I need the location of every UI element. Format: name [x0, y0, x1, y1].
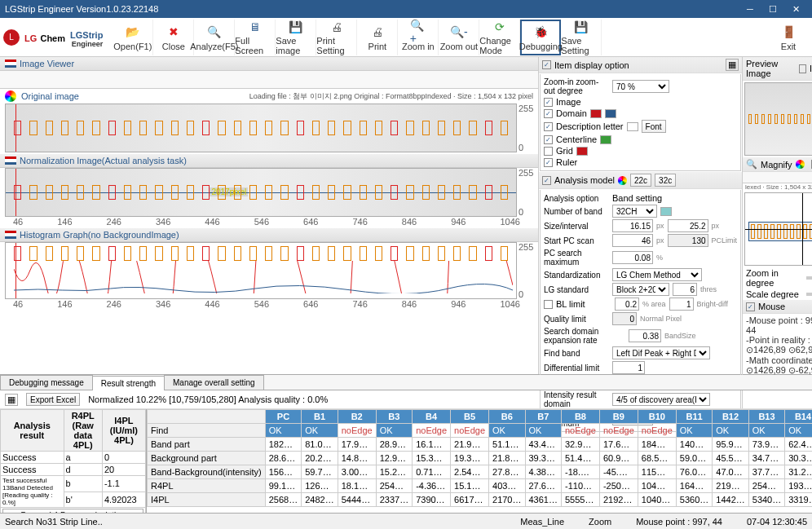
item-display-checkbox[interactable]: [542, 60, 551, 69]
norm-strip-image[interactable]: 2017pixel: [5, 168, 517, 217]
original-strip-image[interactable]: [5, 104, 517, 152]
exit-button[interactable]: 🚪Exit: [768, 20, 809, 55]
pcmax-input[interactable]: [612, 251, 653, 264]
bllimit-checkbox[interactable]: [544, 300, 553, 309]
font-button[interactable]: Font: [642, 120, 666, 133]
rainbow-icon[interactable]: [618, 176, 627, 185]
nband-color[interactable]: [660, 207, 672, 216]
magnify-size-text: lexed · Size : 1,504 x 32 pixel: [743, 183, 812, 191]
start-pc-input1[interactable]: [612, 234, 653, 247]
tab-debugging[interactable]: Debugging message: [0, 375, 93, 390]
size-interval-input2[interactable]: [668, 219, 708, 232]
magnify-image[interactable]: [744, 192, 812, 266]
print-setting-button[interactable]: 🖨Print Setting: [316, 20, 357, 55]
bottom-tabs: Debugging message Result strength Manage…: [0, 375, 812, 390]
mouse-title: Mouse: [758, 302, 785, 311]
standardization-select[interactable]: LG Chem Method: [612, 268, 702, 281]
image-viewer-title: Image Viewer: [20, 59, 74, 68]
model-32c-button[interactable]: 32c: [655, 174, 676, 187]
difflimit-input[interactable]: [612, 361, 645, 374]
loading-file-text: Loading file : 첨부 이미지 2.png Original : F…: [249, 91, 533, 102]
status-time: 07-04 12:30:45: [747, 517, 807, 527]
full-screen-button[interactable]: 🖥Full Screen: [235, 20, 276, 55]
open-button[interactable]: 📂Open(F1): [113, 20, 153, 55]
sdom-input[interactable]: [629, 329, 661, 342]
centerline-color[interactable]: [600, 135, 611, 144]
tab-manage-setting[interactable]: Manage overall setting: [164, 375, 264, 390]
rainbow-icon[interactable]: [796, 160, 805, 169]
close-window-button[interactable]: ✕: [784, 2, 807, 16]
magnify-title: Magnify: [761, 160, 792, 170]
lgstd-thres-input[interactable]: [673, 283, 697, 296]
norm-strip-markers: [6, 169, 516, 216]
magnifier-icon: 🔍: [206, 24, 223, 40]
magnify-icon: 🔍: [746, 159, 757, 170]
domain-color2[interactable]: [605, 109, 616, 118]
inverse-checkbox[interactable]: [799, 64, 806, 73]
analyze-button[interactable]: 🔍Analyze(F5): [194, 20, 235, 55]
scale-degree-slider[interactable]: [806, 293, 812, 296]
domain-checkbox[interactable]: [544, 109, 553, 118]
maximize-button[interactable]: ☐: [761, 2, 784, 16]
change-mode-button[interactable]: ⟳Change Mode: [479, 20, 520, 55]
desc-color[interactable]: [627, 122, 638, 131]
model-22c-button[interactable]: 22c: [630, 174, 651, 187]
zoom-in-button[interactable]: 🔍+Zoom in: [398, 20, 439, 55]
size-interval-input1[interactable]: [612, 219, 653, 232]
analysis-model-header: Analysis model 22c 32c: [539, 172, 742, 189]
bllimit-input2[interactable]: [669, 298, 694, 311]
zoom-degree-select[interactable]: 70 %: [612, 80, 669, 93]
analysis-model-checkbox[interactable]: [542, 176, 551, 185]
flag-icon: [5, 60, 16, 68]
titlebar: LGStrip Engineer Version1.0.23.22148 ─ ☐…: [0, 0, 812, 18]
histo-title: Histogram Graph(no BackgroundImage): [20, 230, 179, 240]
lgstd-select[interactable]: Block 2+20: [612, 283, 669, 296]
grid-color[interactable]: [576, 147, 588, 156]
right-pane: Item display option ▦ Zoom-in zoom-out d…: [539, 57, 812, 374]
debugging-button[interactable]: 🐞Debugging: [520, 20, 561, 55]
minimize-button[interactable]: ─: [739, 2, 761, 16]
folder-open-icon: 📂: [125, 24, 141, 40]
export-excel-button[interactable]: Export Excel: [26, 393, 80, 406]
image-viewer-pane: Image Viewer Original image Loading file…: [0, 57, 539, 374]
proceed-4param-button[interactable]: Proceed 4 Param calculation: [2, 509, 143, 513]
histogram-curve: [14, 261, 513, 293]
nband-select[interactable]: 32CH: [612, 205, 657, 218]
domain-color1[interactable]: [590, 109, 602, 118]
zoom-out-button[interactable]: 🔍-Zoom out: [439, 20, 479, 55]
grid-checkbox[interactable]: [544, 147, 553, 156]
centerline-checkbox[interactable]: [544, 135, 553, 144]
horizontal-ruler: [0, 71, 538, 89]
histo-header: Histogram Graph(no BackgroundImage): [0, 228, 538, 242]
zoom-in-icon: 🔍+: [410, 24, 426, 40]
tab-result-strength[interactable]: Result strength: [92, 376, 165, 390]
statusbar: Search No31 Strip Line.. Meas_Line Zoom …: [0, 513, 812, 529]
print-button[interactable]: 🖨Print: [357, 20, 398, 55]
zoom-out-icon: 🔍-: [451, 24, 467, 40]
findband-select[interactable]: Left Dif Peak + Right Dif Peak: [612, 346, 710, 359]
bllimit-input1[interactable]: [615, 298, 639, 311]
save-image-button[interactable]: 💾Save image: [276, 20, 316, 55]
palette-icon[interactable]: ▦: [726, 59, 739, 71]
save-setting-button[interactable]: 💾Save Setting: [561, 20, 602, 55]
preview-image[interactable]: [744, 82, 812, 156]
excel-icon: ▦: [5, 394, 18, 406]
logo-block: L LG Chem LGStripEngineer: [3, 27, 113, 48]
normalized-text: Normalized 10.22% [10,759/105,280] Analy…: [88, 395, 328, 404]
result-right-table[interactable]: PCB1B2B3B4B5B6B7B8B9B10B11B12B13B14B15B1…: [147, 409, 812, 513]
zoom-degree-slider[interactable]: [806, 276, 812, 280]
status-mouse: Mouse point : 997, 44: [636, 517, 722, 527]
image-checkbox[interactable]: [544, 98, 553, 107]
norm-header: Normalization Image(Actual analysis task…: [0, 154, 538, 168]
desc-letter-checkbox[interactable]: [544, 122, 553, 131]
close-button[interactable]: ✖Close: [153, 20, 194, 55]
ruler-checkbox[interactable]: [544, 158, 553, 167]
app-title: LGStrip Engineer Version1.0.23.22148: [5, 4, 158, 14]
mouse-checkbox[interactable]: [746, 302, 755, 311]
main-toolbar: L LG Chem LGStripEngineer 📂Open(F1) ✖Clo…: [0, 18, 812, 57]
start-pc-input2: [668, 234, 708, 247]
histogram-image[interactable]: [5, 242, 517, 299]
image-viewer-header: Image Viewer: [0, 57, 538, 71]
rainbow-icon: [5, 90, 16, 102]
strip-markers: [6, 104, 516, 152]
